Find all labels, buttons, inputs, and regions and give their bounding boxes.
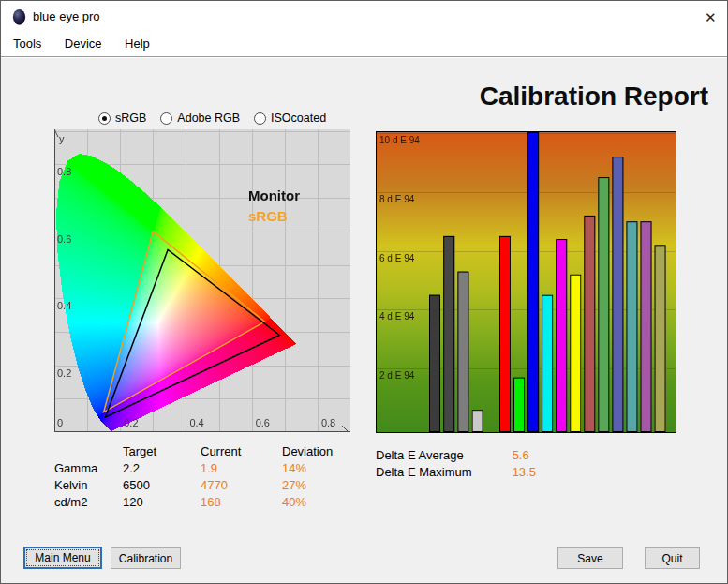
menu-item-tools[interactable]: Tools	[4, 33, 51, 54]
header-deviation: Deviation	[282, 443, 357, 460]
save-button[interactable]: Save	[557, 547, 623, 569]
legend-srgb: sRGB	[248, 208, 288, 224]
window-title: blue eye pro	[33, 9, 100, 23]
legend-monitor: Monitor	[248, 187, 300, 203]
cie-chromaticity-diagram	[54, 129, 350, 432]
delta-e-average-row: Delta E Average 5.6	[376, 447, 536, 464]
main-menu-button[interactable]: Main Menu	[23, 547, 102, 569]
results-table: Target Current Deviation Gamma 2.2 1.9 1…	[54, 443, 364, 511]
close-icon[interactable]: ✕	[699, 7, 718, 26]
radio-button-icon	[98, 112, 111, 125]
kelvin-current: 4770	[201, 477, 282, 494]
gamma-current: 1.9	[201, 460, 282, 477]
radio-button-icon	[160, 112, 172, 125]
title-bar: blue eye pro ✕	[1, 1, 727, 33]
gamut-selector: sRGB Adobe RGB ISOcoated	[98, 112, 326, 125]
row-label: Kelvin	[54, 477, 123, 494]
kelvin-target: 6500	[123, 477, 201, 494]
table-row-luminance: cd/m2 120 168 40%	[54, 494, 364, 511]
radio-adobe-rgb-label: Adobe RGB	[177, 112, 240, 125]
header-target: Target	[123, 443, 201, 460]
menu-bar: Tools Device Help	[1, 33, 727, 57]
delta-e-bar-chart	[377, 132, 676, 432]
app-logo-icon	[12, 8, 26, 25]
delta-e-maximum-row: Delta E Maximum 13.5	[376, 464, 536, 481]
delta-e-chart-panel	[376, 131, 676, 433]
radio-adobe-rgb[interactable]: Adobe RGB	[160, 112, 240, 125]
delta-e-maximum-value: 13.5	[513, 465, 536, 479]
cie-diagram-panel: Monitor sRGB	[54, 129, 350, 432]
kelvin-deviation: 27%	[282, 477, 357, 494]
luminance-current: 168	[201, 494, 282, 511]
table-row-gamma: Gamma 2.2 1.9 14%	[54, 460, 364, 477]
delta-e-average-label: Delta E Average	[376, 447, 509, 464]
radio-srgb[interactable]: sRGB	[98, 112, 146, 125]
luminance-target: 120	[123, 494, 201, 511]
radio-srgb-label: sRGB	[115, 112, 146, 125]
radio-isocoated[interactable]: ISOcoated	[254, 112, 326, 125]
quit-button[interactable]: Quit	[645, 547, 700, 569]
blue-eye-pro-window: { "window": { "title": "blue eye pro", "…	[0, 0, 728, 584]
delta-e-summary: Delta E Average 5.6 Delta E Maximum 13.5	[376, 447, 536, 481]
gamma-target: 2.2	[123, 460, 201, 477]
radio-button-icon	[254, 112, 266, 125]
radio-isocoated-label: ISOcoated	[271, 112, 326, 125]
table-header-row: Target Current Deviation	[54, 443, 364, 460]
table-row-kelvin: Kelvin 6500 4770 27%	[54, 477, 364, 494]
luminance-deviation: 40%	[282, 494, 357, 511]
header-current: Current	[201, 443, 282, 460]
delta-e-average-value: 5.6	[513, 448, 529, 462]
row-label: Gamma	[54, 460, 123, 477]
page-title: Calibration Report	[480, 82, 708, 112]
calibration-button[interactable]: Calibration	[111, 547, 181, 569]
gamma-deviation: 14%	[282, 460, 357, 477]
menu-item-device[interactable]: Device	[55, 33, 111, 54]
header-empty	[54, 443, 123, 460]
row-label: cd/m2	[54, 494, 123, 511]
delta-e-maximum-label: Delta E Maximum	[376, 464, 509, 481]
menu-item-help[interactable]: Help	[115, 33, 159, 54]
